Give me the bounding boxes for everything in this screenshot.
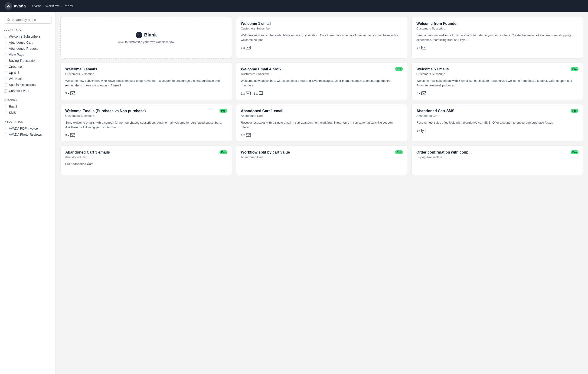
card-desc: Send a personal welcome from the shop's … <box>416 33 578 42</box>
label-cross-sell[interactable]: Cross-sell <box>9 65 23 69</box>
label-avada-pdf[interactable]: AVADA PDF Invoice <box>9 127 38 130</box>
search-input[interactable] <box>12 18 49 21</box>
filter-buying-transaction[interactable]: Buying Transaction <box>4 58 52 64</box>
checkbox-buying-transaction[interactable] <box>4 59 7 62</box>
label-abandoned-product[interactable]: Abandoned Product <box>9 47 38 50</box>
checkbox-sms[interactable] <box>4 111 7 114</box>
checkbox-win-back[interactable] <box>4 77 7 80</box>
email-icon <box>246 92 251 95</box>
card-order-confirmation-coupon[interactable]: Order confirmation with coup... Pro Buyi… <box>411 145 583 175</box>
label-abandoned-cart[interactable]: Abandoned Cart <box>9 41 32 44</box>
card-welcome-3-emails[interactable]: Welcome 3 emails Customers Subscribe Wel… <box>60 62 232 100</box>
footer-item-email: 1 x <box>416 46 426 50</box>
card-workflow-split-cart[interactable]: Workflow split by cart value Pro Abandon… <box>236 145 408 175</box>
blank-card[interactable]: + Blank Click to customize your own work… <box>60 17 232 59</box>
label-special-occasions[interactable]: Special Occasions <box>9 83 36 87</box>
checkbox-avada-photo-reviews[interactable] <box>4 133 7 136</box>
filter-up-sell[interactable]: Up-sell <box>4 70 52 76</box>
pro-badge: Pro <box>395 67 403 71</box>
email-count: 1 x <box>416 46 420 50</box>
card-category: Customers Subscribe <box>65 114 227 118</box>
filter-welcome-subscribers[interactable]: Welcome Subscribers <box>4 33 52 40</box>
card-footer: 3 x <box>65 91 227 95</box>
blank-title-text: Blank <box>144 32 157 38</box>
label-email[interactable]: Email <box>9 105 17 108</box>
checkbox-abandoned-product[interactable] <box>4 47 7 50</box>
card-welcome-from-founder[interactable]: Welcome from Founder Customers Subscribe… <box>411 17 583 59</box>
label-welcome-subscribers[interactable]: Welcome Subscribers <box>9 35 40 38</box>
checkbox-view-page[interactable] <box>4 53 7 56</box>
card-header: Abandoned Cart SMS Pro <box>416 109 578 113</box>
card-welcome-1-email[interactable]: Welcome 1 email Customers Subscribe Welc… <box>236 17 408 59</box>
svg-rect-4 <box>421 46 426 49</box>
svg-rect-13 <box>246 133 251 137</box>
card-category: Abandoned Cart <box>241 155 403 159</box>
filter-avada-pdf[interactable]: AVADA PDF Invoice <box>4 126 52 131</box>
breadcrumb-event[interactable]: Event <box>32 4 41 8</box>
card-welcome-email-sms[interactable]: Welcome Email & SMS Pro Customers Subscr… <box>236 62 408 100</box>
card-footer: 5 x <box>416 91 578 95</box>
card-desc: Welcome new subscribers with a series of… <box>241 78 403 88</box>
filter-abandoned-cart[interactable]: Abandoned Cart <box>4 40 52 45</box>
search-box[interactable] <box>4 16 52 24</box>
filter-special-occasions[interactable]: Special Occasions <box>4 82 52 88</box>
svg-point-8 <box>260 93 260 93</box>
sms-icon <box>421 129 425 133</box>
label-sms[interactable]: SMS <box>9 111 16 115</box>
filter-custom-event[interactable]: Custom Event <box>4 88 52 94</box>
filter-win-back[interactable]: Win Back <box>4 76 52 82</box>
label-up-sell[interactable]: Up-sell <box>9 71 19 75</box>
label-avada-photo-reviews[interactable]: AVADA Photo Reviews <box>9 133 42 136</box>
checkbox-special-occasions[interactable] <box>4 83 7 86</box>
email-count: 3 x <box>65 92 69 95</box>
pro-badge: Pro <box>220 150 227 154</box>
label-buying-transaction[interactable]: Buying Transaction <box>9 59 36 63</box>
card-title: Abandoned Cart SMS <box>416 109 454 113</box>
filter-sms[interactable]: SMS <box>4 110 52 116</box>
checkbox-abandoned-cart[interactable] <box>4 41 7 44</box>
main-content: + Blank Click to customize your own work… <box>56 12 588 374</box>
sidebar: EVENT TYPE Welcome Subscribers Abandoned… <box>0 12 56 374</box>
card-abandoned-cart-3-emails[interactable]: Abandoned Cart 3 emails Pro Abandoned Ca… <box>60 145 232 175</box>
card-title: Welcome 5 Emails <box>416 67 449 71</box>
card-abandoned-cart-sms[interactable]: Abandoned Cart SMS Pro Abandoned Cart Re… <box>411 104 583 142</box>
filter-email[interactable]: Email <box>4 104 52 110</box>
channel-section: CHANNEL Email SMS <box>4 98 52 116</box>
svg-point-10 <box>261 93 262 93</box>
email-icon <box>421 46 426 50</box>
filter-abandoned-product[interactable]: Abandoned Product <box>4 45 52 52</box>
card-desc: Send welcome emails with a coupon for no… <box>65 120 227 129</box>
card-category: Customers Subscribe <box>241 72 403 76</box>
label-view-page[interactable]: View Page <box>9 53 24 56</box>
card-footer: 1 x <box>416 46 578 50</box>
card-title: Order confirmation with coup... <box>416 150 472 154</box>
blank-plus-icon: + <box>136 32 142 38</box>
card-abandoned-cart-1-email[interactable]: Abandoned Cart 1 email Abandoned Cart Re… <box>236 104 408 142</box>
blank-title-row: + Blank <box>136 32 157 38</box>
logo-area[interactable]: avada <box>5 2 26 10</box>
filter-cross-sell[interactable]: Cross-sell <box>4 64 52 70</box>
card-desc: Welcome new subscribers who leave emails… <box>65 78 227 88</box>
svg-point-15 <box>422 130 423 130</box>
card-category: Customers Subscribe <box>416 72 578 76</box>
checkbox-welcome-subscribers[interactable] <box>4 35 7 38</box>
checkbox-custom-event[interactable] <box>4 89 7 92</box>
checkbox-avada-pdf[interactable] <box>4 127 7 130</box>
card-title: Welcome Emails (Purchase vs Non purchase… <box>65 109 146 113</box>
email-icon <box>246 46 251 50</box>
checkbox-email[interactable] <box>4 105 7 108</box>
card-header: Workflow split by cart value Pro <box>241 150 403 154</box>
checkbox-up-sell[interactable] <box>4 71 7 74</box>
card-category: Buying Transaction <box>416 155 578 159</box>
card-welcome-5-emails[interactable]: Welcome 5 Emails Pro Customers Subscribe… <box>411 62 583 100</box>
label-win-back[interactable]: Win Back <box>9 77 22 81</box>
filter-avada-photo-reviews[interactable]: AVADA Photo Reviews <box>4 131 52 138</box>
checkbox-cross-sell[interactable] <box>4 65 7 68</box>
breadcrumb-workflow[interactable]: Workflow <box>45 4 59 8</box>
email-count: 3 x <box>65 133 69 137</box>
card-title: Welcome 1 email <box>241 21 271 26</box>
svg-point-16 <box>423 130 424 130</box>
filter-view-page[interactable]: View Page <box>4 52 52 58</box>
label-custom-event[interactable]: Custom Event <box>9 89 29 93</box>
card-welcome-emails-purchase[interactable]: Welcome Emails (Purchase vs Non purchase… <box>60 104 232 142</box>
